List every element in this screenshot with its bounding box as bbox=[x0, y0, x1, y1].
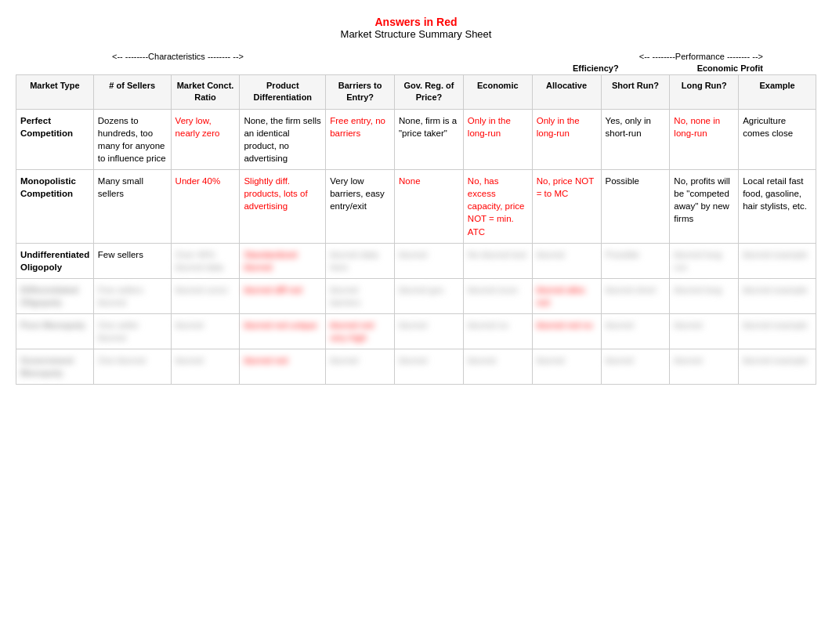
cell-example-1: Agriculture comes close bbox=[739, 109, 816, 169]
cell-alloc-4: blurred alloc red bbox=[532, 278, 601, 313]
cell-gov-2: None bbox=[395, 170, 464, 243]
short-blurred-5: blurred bbox=[606, 320, 634, 330]
cell-short-4: blurred short bbox=[601, 278, 670, 313]
efficiency-label: Efficiency? bbox=[573, 63, 619, 73]
conct-blurred-3: Over 40% blurred data bbox=[175, 250, 223, 272]
long-blurred-3: blurred long run bbox=[674, 250, 722, 272]
cell-long-5: blurred bbox=[670, 314, 739, 349]
long-red-1: No, none in long-run bbox=[674, 116, 720, 138]
long-blurred-5: blurred bbox=[674, 320, 702, 330]
conct-blurred-6: blurred bbox=[175, 356, 204, 365]
cell-long-1: No, none in long-run bbox=[670, 109, 739, 169]
cell-gov-6: blurred bbox=[395, 349, 464, 385]
col-header-diff: Product Differentiation bbox=[240, 75, 326, 110]
cell-econ-6: blurred bbox=[463, 349, 532, 385]
cell-diff-1: None, the firm sells an identical produc… bbox=[240, 109, 326, 169]
cell-market-type-3: Undifferentiated Oligopoly bbox=[16, 243, 94, 278]
cell-conct-4: blurred conct bbox=[171, 278, 240, 313]
cell-short-5: blurred bbox=[601, 314, 670, 349]
diff-blurred-4: blurred diff red bbox=[244, 285, 302, 295]
cell-gov-4: blurred gov bbox=[395, 278, 464, 313]
barriers-blurred-5: blurred red very high bbox=[330, 320, 374, 342]
table-row: Government Monopoly One blurred blurred … bbox=[16, 349, 816, 385]
cell-short-3: Possible bbox=[601, 243, 670, 278]
econ-blurred-4: blurred econ bbox=[468, 285, 518, 295]
cell-econ-5: blurred no bbox=[463, 314, 532, 349]
example-blurred-4: blurred example bbox=[743, 285, 807, 295]
table-row: Monopolistic Competition Many small sell… bbox=[16, 170, 816, 243]
short-blurred-4: blurred short bbox=[606, 285, 657, 295]
cell-barriers-6: blurred bbox=[326, 349, 395, 385]
cell-market-type-2: Monopolistic Competition bbox=[16, 170, 94, 243]
page-header: Answers in Red Market Structure Summary … bbox=[16, 16, 816, 40]
cell-short-2: Possible bbox=[601, 170, 670, 243]
col-header-long: Long Run? bbox=[670, 75, 739, 110]
cell-example-5: blurred example bbox=[739, 314, 816, 349]
perf-sub-headers: Efficiency? Economic Profit bbox=[16, 63, 816, 73]
gov-red-2: None bbox=[399, 176, 421, 186]
econ-blurred-3: No blurred text bbox=[468, 250, 526, 259]
col-header-barriers: Barriers to Entry? bbox=[326, 75, 395, 110]
alloc-red-1: Only in the long-run bbox=[537, 116, 580, 138]
table-row: Undifferentiated Oligopoly Few sellers O… bbox=[16, 243, 816, 278]
econ-red-1: Only in the long-run bbox=[468, 116, 511, 138]
cell-barriers-4: blurred barriers bbox=[326, 278, 395, 313]
cell-conct-6: blurred bbox=[171, 349, 240, 385]
cell-sellers-4: Few sellers blurred bbox=[93, 278, 171, 313]
cell-econ-2: No, has excess capacity, price NOT = min… bbox=[463, 170, 532, 243]
example-blurred-5: blurred example bbox=[743, 320, 807, 330]
cell-barriers-2: Very low barriers, easy entry/exit bbox=[326, 170, 395, 243]
col-header-example: Example bbox=[739, 75, 816, 110]
cell-example-3: blurred example bbox=[739, 243, 816, 278]
answers-label: Answers in Red bbox=[16, 16, 816, 28]
table-header-row: Market Type # of Sellers Market Conct. R… bbox=[16, 75, 816, 110]
cell-conct-5: blurred bbox=[171, 314, 240, 349]
econ-red-2: No, has excess capacity, price NOT = min… bbox=[468, 176, 525, 236]
cell-gov-5: blurred bbox=[395, 314, 464, 349]
span-headers: <-- --------Characteristics -------- -->… bbox=[16, 52, 816, 61]
table-row: Differentiated Oligopoly Few sellers blu… bbox=[16, 278, 816, 313]
perf-span: <-- --------Performance -------- --> bbox=[639, 52, 763, 61]
gov-blurred-6: blurred bbox=[399, 356, 427, 365]
table-row: Perfect Competition Dozens to hundreds, … bbox=[16, 109, 816, 169]
cell-alloc-5: blurred red no bbox=[532, 314, 601, 349]
col-header-alloc: Allocative bbox=[532, 75, 601, 110]
cell-gov-3: blurred bbox=[395, 243, 464, 278]
cell-alloc-6: blurred bbox=[532, 349, 601, 385]
conct-blurred-4: blurred conct bbox=[175, 285, 227, 295]
cell-gov-1: None, firm is a "price taker" bbox=[395, 109, 464, 169]
diff-blurred-6: blurred red bbox=[244, 356, 288, 365]
cell-diff-3: Standardized blurred bbox=[240, 243, 326, 278]
diff-blurred-3: Standardized blurred bbox=[244, 250, 297, 272]
barriers-blurred-4: blurred barriers bbox=[330, 285, 360, 307]
table-row: Pure Monopoly One seller blurred blurred… bbox=[16, 314, 816, 349]
cell-econ-1: Only in the long-run bbox=[463, 109, 532, 169]
cell-market-type-5: Pure Monopoly bbox=[16, 314, 94, 349]
cell-short-6: blurred bbox=[601, 349, 670, 385]
cell-short-1: Yes, only in short-run bbox=[601, 109, 670, 169]
cell-conct-3: Over 40% blurred data bbox=[171, 243, 240, 278]
cell-example-6: blurred example bbox=[739, 349, 816, 385]
market-structure-table: Market Type # of Sellers Market Conct. R… bbox=[16, 74, 816, 385]
cell-long-6: blurred bbox=[670, 349, 739, 385]
alloc-blurred-3: blurred bbox=[537, 250, 565, 259]
cell-diff-5: blurred red unique bbox=[240, 314, 326, 349]
cell-sellers-3: Few sellers bbox=[93, 243, 171, 278]
cell-alloc-1: Only in the long-run bbox=[532, 109, 601, 169]
gov-blurred-4: blurred gov bbox=[399, 285, 444, 295]
cell-alloc-3: blurred bbox=[532, 243, 601, 278]
gov-blurred-5: blurred bbox=[399, 320, 427, 330]
sellers-blurred-5: One seller blurred bbox=[98, 320, 139, 342]
cell-conct-1: Very low, nearly zero bbox=[171, 109, 240, 169]
cell-diff-6: blurred red bbox=[240, 349, 326, 385]
long-blurred-6: blurred bbox=[674, 356, 702, 365]
sellers-blurred-6: One blurred bbox=[98, 356, 146, 365]
alloc-blurred-4: blurred alloc red bbox=[537, 285, 586, 307]
sellers-blurred-4: Few sellers blurred bbox=[98, 285, 143, 307]
cell-sellers-6: One blurred bbox=[93, 349, 171, 385]
cell-example-2: Local retail fast food, gasoline, hair s… bbox=[739, 170, 816, 243]
col-header-short: Short Run? bbox=[601, 75, 670, 110]
cell-long-3: blurred long run bbox=[670, 243, 739, 278]
col-header-gov: Gov. Reg. of Price? bbox=[395, 75, 464, 110]
cell-sellers-5: One seller blurred bbox=[93, 314, 171, 349]
